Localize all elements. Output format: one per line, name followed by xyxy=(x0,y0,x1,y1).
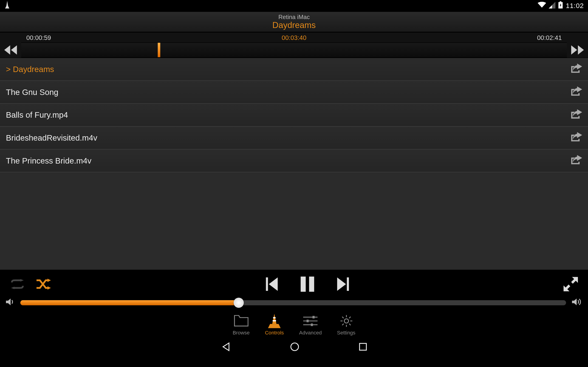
svg-rect-13 xyxy=(311,323,313,326)
status-bar: 11:02 xyxy=(0,0,588,12)
rewind-button[interactable] xyxy=(0,45,21,55)
svg-point-14 xyxy=(344,319,348,323)
bottom-tabs: Browse Controls Advanced Settings xyxy=(0,312,588,338)
svg-rect-16 xyxy=(359,343,366,350)
playlist-item[interactable]: BridesheadRevisited.m4v xyxy=(0,127,588,150)
app-logo-icon xyxy=(4,1,10,11)
playlist-item-label: BridesheadRevisited.m4v xyxy=(6,133,97,143)
svg-rect-3 xyxy=(300,276,305,292)
seek-area: 00:00:59 00:03:40 00:02:41 xyxy=(0,32,588,58)
tab-browse[interactable]: Browse xyxy=(233,314,250,336)
time-remaining: 00:02:41 xyxy=(537,34,562,41)
playlist-empty-area xyxy=(0,172,588,270)
volume-fill xyxy=(20,300,239,305)
fast-forward-button[interactable] xyxy=(567,45,588,55)
svg-rect-7 xyxy=(273,320,276,322)
cell-signal-icon xyxy=(549,2,556,10)
wifi-icon xyxy=(538,2,546,10)
playlist-item[interactable]: The Princess Bride.m4v xyxy=(0,150,588,173)
tab-advanced[interactable]: Advanced xyxy=(299,314,322,336)
android-nav-bar xyxy=(0,338,588,357)
vlc-cone-icon xyxy=(267,314,282,328)
next-button[interactable] xyxy=(337,277,349,291)
playlist-item[interactable]: Balls of Fury.mp4 xyxy=(0,104,588,127)
shuffle-button[interactable] xyxy=(36,279,51,290)
volume-low-icon xyxy=(6,298,15,308)
tab-label: Advanced xyxy=(299,330,322,336)
svg-rect-12 xyxy=(307,320,309,322)
tab-controls[interactable]: Controls xyxy=(265,314,284,336)
tab-label: Settings xyxy=(337,330,355,336)
playlist-item-label: > Daydreams xyxy=(6,65,54,74)
volume-thumb[interactable] xyxy=(233,298,244,308)
playlist-item-label: The Gnu Song xyxy=(6,87,58,97)
volume-high-icon xyxy=(572,298,582,308)
repeat-button[interactable] xyxy=(10,279,25,289)
folder-icon xyxy=(234,314,249,328)
tab-label: Browse xyxy=(233,330,250,336)
now-playing-header: Retina iMac Daydreams xyxy=(0,12,588,32)
svg-rect-1 xyxy=(560,1,562,2)
playlist-item[interactable]: > Daydreams xyxy=(0,58,588,81)
share-icon[interactable] xyxy=(571,155,582,167)
share-icon[interactable] xyxy=(571,86,582,98)
status-time: 11:02 xyxy=(566,2,584,10)
svg-rect-5 xyxy=(346,277,349,291)
control-bar xyxy=(0,270,588,295)
volume-slider[interactable] xyxy=(20,300,566,305)
tab-label: Controls xyxy=(265,330,284,336)
battery-charging-icon xyxy=(558,1,563,11)
playlist-item-label: Balls of Fury.mp4 xyxy=(6,110,68,120)
previous-button[interactable] xyxy=(266,277,278,291)
svg-rect-11 xyxy=(313,316,315,318)
svg-point-15 xyxy=(291,343,298,350)
share-icon[interactable] xyxy=(571,132,582,144)
seek-track[interactable] xyxy=(21,42,567,58)
share-icon[interactable] xyxy=(571,109,582,121)
gear-icon xyxy=(339,314,354,328)
playlist-item-label: The Princess Bride.m4v xyxy=(6,156,91,165)
volume-row xyxy=(0,295,588,312)
fullscreen-button[interactable] xyxy=(563,277,578,291)
svg-rect-2 xyxy=(266,277,268,291)
svg-rect-6 xyxy=(273,317,276,319)
track-title: Daydreams xyxy=(272,20,316,30)
sliders-icon xyxy=(303,314,318,328)
recents-button[interactable] xyxy=(359,342,367,352)
time-total: 00:03:40 xyxy=(282,34,306,41)
device-name: Retina iMac xyxy=(278,14,310,20)
home-button[interactable] xyxy=(290,342,299,353)
back-button[interactable] xyxy=(221,342,231,353)
share-icon[interactable] xyxy=(571,64,582,75)
pause-button[interactable] xyxy=(300,276,314,292)
playlist-item[interactable]: The Gnu Song xyxy=(0,81,588,104)
time-elapsed: 00:00:59 xyxy=(26,34,51,41)
seek-marker[interactable] xyxy=(157,43,160,57)
playlist: > Daydreams The Gnu Song Balls of Fury.m… xyxy=(0,58,588,270)
tab-settings[interactable]: Settings xyxy=(337,314,355,336)
svg-rect-4 xyxy=(309,276,314,292)
